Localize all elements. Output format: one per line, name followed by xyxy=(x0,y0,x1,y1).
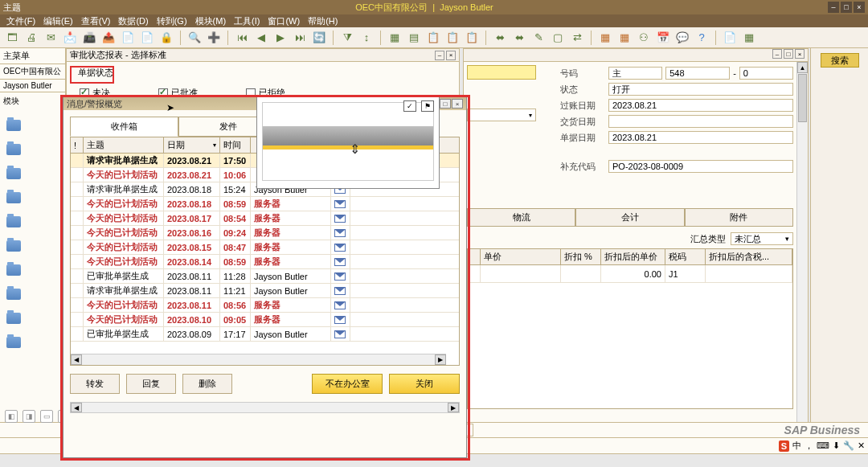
menu-window[interactable]: 窗口(W) xyxy=(264,15,303,27)
dropdown-field[interactable]: ▾ xyxy=(467,109,536,121)
next-icon[interactable]: ▶ xyxy=(273,31,288,45)
folder-8[interactable] xyxy=(3,282,62,306)
row-mail-icon[interactable] xyxy=(331,313,350,326)
col-selector[interactable] xyxy=(468,249,481,264)
btn-out-of-office[interactable]: 不在办公室 xyxy=(312,374,383,394)
ime-icon[interactable]: S xyxy=(779,440,789,452)
doc1-icon[interactable]: 📋 xyxy=(426,31,440,45)
sms-icon[interactable]: 📩 xyxy=(63,31,77,45)
row-mail-icon[interactable] xyxy=(331,327,350,341)
last-icon[interactable]: ⏭ xyxy=(293,31,307,45)
prev-icon[interactable]: ◀ xyxy=(254,31,268,45)
folder-6[interactable] xyxy=(3,234,62,258)
folder-7[interactable] xyxy=(3,258,62,282)
folder-2[interactable] xyxy=(3,137,62,162)
scroll-left-icon[interactable]: ◀ xyxy=(71,403,82,412)
doc-minimize[interactable]: – xyxy=(435,51,444,60)
row-mail-icon[interactable] xyxy=(331,255,350,268)
rp-vscroll[interactable]: ▲ ▼ xyxy=(796,62,808,438)
add-icon[interactable]: ➕ xyxy=(207,31,221,45)
grid-row-1[interactable]: 0.00 J1 xyxy=(468,265,792,283)
folder-9[interactable] xyxy=(3,306,62,330)
val-sumtype[interactable]: 未汇总 xyxy=(731,232,793,245)
maximize-button[interactable]: □ xyxy=(841,2,852,13)
preview-check-icon[interactable]: ✓ xyxy=(403,100,416,112)
rp-maximize[interactable]: □ xyxy=(784,49,793,59)
status-icon-1[interactable]: ◧ xyxy=(5,410,18,423)
sort-icon[interactable]: ↕ xyxy=(359,31,374,45)
rp-minimize[interactable]: – xyxy=(772,49,782,59)
cell-tax[interactable]: J1 xyxy=(665,265,706,282)
filter-icon[interactable]: ⧩ xyxy=(340,31,354,45)
menu-file[interactable]: 文件(F) xyxy=(3,15,39,27)
menu-indicator[interactable]: 主题 xyxy=(3,2,21,14)
tab-logistics[interactable]: 物流 xyxy=(467,208,575,226)
val-postdate[interactable]: 2023.08.21 xyxy=(608,99,793,112)
tab-inbox[interactable]: 收件箱 xyxy=(70,117,178,137)
val-docdate[interactable]: 2023.08.21 xyxy=(608,131,793,144)
msg-outer-hscroll[interactable]: ◀ ▶ xyxy=(70,402,460,413)
col-date[interactable]: 日期▾ xyxy=(164,137,220,153)
box-icon[interactable]: ▢ xyxy=(551,31,565,45)
menu-tools[interactable]: 工具(I) xyxy=(231,15,263,27)
mail-icon[interactable]: ✉ xyxy=(43,31,58,45)
folder-5[interactable] xyxy=(3,210,62,234)
minimize-button[interactable]: – xyxy=(828,2,839,13)
msg-row[interactable]: 今天的已计划活动2023.08.1609:24服务器 xyxy=(71,226,459,240)
fax-icon[interactable]: 📠 xyxy=(82,31,96,45)
lock-icon[interactable]: 🔒 xyxy=(159,31,174,45)
msg-row[interactable]: 今天的已计划活动2023.08.1808:59服务器 xyxy=(71,197,459,211)
row-mail-icon[interactable] xyxy=(331,197,350,211)
row-mail-icon[interactable] xyxy=(331,240,350,254)
val-num-suffix[interactable]: 0 xyxy=(739,67,793,80)
col-discprice[interactable]: 折扣后的单价 xyxy=(601,249,665,264)
row-mail-icon[interactable] xyxy=(331,284,350,297)
targetlink-icon[interactable]: ⬌ xyxy=(512,31,526,45)
msg-row[interactable]: 今天的已计划活动2023.08.1408:59服务器 xyxy=(71,255,459,269)
msg-row[interactable]: 请求审批单据生成2023.08.1111:21Jayson Butler xyxy=(71,284,459,298)
scroll-track[interactable] xyxy=(82,354,435,365)
first-icon[interactable]: ⏮ xyxy=(235,31,249,45)
msg-row[interactable]: 已审批单据生成2023.08.0917:17Jayson Butler xyxy=(71,327,459,342)
col-distax[interactable]: 折扣后的含税... xyxy=(706,249,792,264)
col-discpct[interactable]: 折扣 % xyxy=(561,249,601,264)
scroll-left-icon[interactable]: ◀ xyxy=(71,354,82,365)
menu-edit[interactable]: 编辑(E) xyxy=(40,15,76,27)
btn-forward[interactable]: 转发 xyxy=(70,374,120,394)
tab-accounting[interactable]: 会计 xyxy=(575,208,684,226)
folder-3[interactable] xyxy=(3,162,62,186)
excel-icon[interactable]: 📄 xyxy=(121,31,135,45)
menu-view[interactable]: 查看(V) xyxy=(78,15,114,27)
baselink-icon[interactable]: ⬌ xyxy=(493,31,507,45)
msg-hscroll[interactable]: ◀ ▶ xyxy=(71,354,446,365)
msg-close[interactable]: × xyxy=(452,99,463,109)
row-mail-icon[interactable] xyxy=(331,298,350,312)
menu-help[interactable]: 帮助(H) xyxy=(305,15,341,27)
folder-1[interactable] xyxy=(3,113,62,137)
search-button[interactable]: 搜索 xyxy=(821,53,859,68)
tray-icon[interactable]: ✕ xyxy=(858,440,865,451)
scroll-right-icon[interactable]: ▶ xyxy=(435,354,446,365)
grid2-icon[interactable]: ▦ xyxy=(617,31,632,45)
row-mail-icon[interactable] xyxy=(331,269,350,283)
status-icon-3[interactable]: ▭ xyxy=(40,410,53,423)
calendar-icon[interactable]: 📅 xyxy=(656,31,670,45)
msg-maximize[interactable]: □ xyxy=(440,99,451,109)
val-suppcode[interactable]: PO-2023-08-0009 xyxy=(608,160,793,173)
col-tax[interactable]: 税码 xyxy=(665,249,706,264)
table-icon[interactable]: ▦ xyxy=(742,31,756,45)
col-subject[interactable]: 主题 xyxy=(84,137,164,153)
scroll-up-icon[interactable]: ▲ xyxy=(797,62,808,73)
export-icon[interactable]: 📤 xyxy=(101,31,116,45)
close-button[interactable]: × xyxy=(854,2,865,13)
scroll-track[interactable] xyxy=(82,403,448,412)
message-icon[interactable]: 💬 xyxy=(675,31,690,45)
form-icon[interactable]: ▦ xyxy=(387,31,402,45)
msg-row[interactable]: 今天的已计划活动2023.08.1009:05服务器 xyxy=(71,313,459,327)
tray-icon[interactable]: 🔧 xyxy=(843,440,854,451)
folder-10[interactable] xyxy=(3,330,62,354)
pen-icon[interactable]: ✎ xyxy=(531,31,546,45)
print-icon[interactable]: 🖨 xyxy=(24,31,39,45)
tab-attach[interactable]: 附件 xyxy=(685,208,793,226)
row-mail-icon[interactable] xyxy=(331,226,350,240)
